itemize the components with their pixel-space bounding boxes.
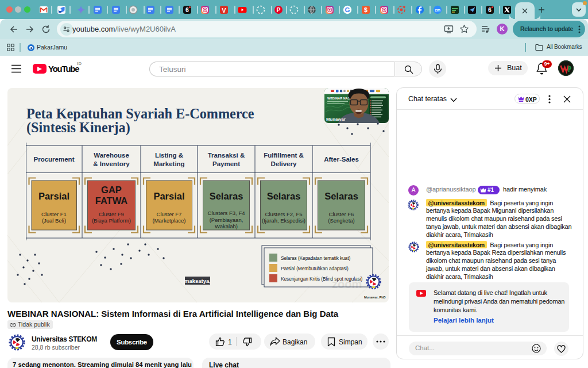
svg-text:(Sengketa): (Sengketa) <box>328 217 354 224</box>
svg-text:Peta Kepatuhan Syariah E-Comme: Peta Kepatuhan Syariah E-Commerce <box>26 106 254 121</box>
svg-text:Selaras: Selaras <box>210 191 243 201</box>
svg-text:Cluster F9: Cluster F9 <box>99 211 124 217</box>
svg-text:Munawar, PhD: Munawar, PhD <box>364 296 386 299</box>
svg-text:(Pembiayaan,: (Pembiayaan, <box>210 217 243 223</box>
svg-text:Parsial: Parsial <box>153 191 184 201</box>
svg-text:zoom: zoom <box>332 278 362 290</box>
svg-text:Delivery: Delivery <box>271 160 297 167</box>
svg-text:& Inventory: & Inventory <box>93 160 130 167</box>
svg-text:V: V <box>222 7 226 14</box>
svg-text:Clusters F2, F5: Clusters F2, F5 <box>265 211 303 217</box>
svg-text:Listing &: Listing & <box>155 152 183 159</box>
svg-text:maksatya,: maksatya, <box>184 278 211 284</box>
svg-text:(Jual Beli): (Jual Beli) <box>42 217 66 224</box>
svg-text:Procurement: Procurement <box>34 156 75 163</box>
svg-text:Selaras: Selaras <box>267 191 301 201</box>
svg-text:Cluster F1: Cluster F1 <box>41 211 67 217</box>
svg-text:Wakalah): Wakalah) <box>215 223 238 229</box>
svg-text:Cluster F6: Cluster F6 <box>329 211 354 217</box>
svg-text:Marketing: Marketing <box>153 160 184 167</box>
svg-text:Parsial: Parsial <box>38 191 69 201</box>
svg-text:(Biaya Platform): (Biaya Platform) <box>92 217 131 224</box>
svg-text:FATWA: FATWA <box>95 195 128 206</box>
svg-text:Fulfillment &: Fulfillment & <box>264 152 304 159</box>
svg-text:Clusters F3, F4: Clusters F3, F4 <box>208 210 245 216</box>
svg-text:Parsial (Membutuhkan adaptasi): Parsial (Membutuhkan adaptasi) <box>281 266 349 271</box>
svg-text:Payment: Payment <box>212 160 240 167</box>
svg-text:(Marketplace): (Marketplace) <box>152 217 185 224</box>
svg-text:Selaras (Kepadatan tematik kua: Selaras (Kepadatan tematik kuat) <box>281 255 350 261</box>
svg-text:GAP: GAP <box>101 185 122 195</box>
svg-text:Transaksi &: Transaksi & <box>208 152 245 159</box>
svg-text:zm: zm <box>435 8 440 12</box>
svg-text:Selaras: Selaras <box>324 191 358 201</box>
svg-text:(Sintesis Kinerja): (Sintesis Kinerja) <box>26 120 130 136</box>
svg-text:$: $ <box>364 6 368 13</box>
svg-text:(Ijarah, Ekspedisi): (Ijarah, Ekspedisi) <box>262 217 305 224</box>
svg-text:After-Sales: After-Sales <box>324 156 359 163</box>
svg-text:P: P <box>276 6 280 13</box>
svg-text:Cluster F7: Cluster F7 <box>157 211 182 217</box>
svg-text:Warehouse: Warehouse <box>94 152 129 159</box>
svg-text:G: G <box>345 6 350 13</box>
svg-text:Munawar: Munawar <box>326 117 346 122</box>
